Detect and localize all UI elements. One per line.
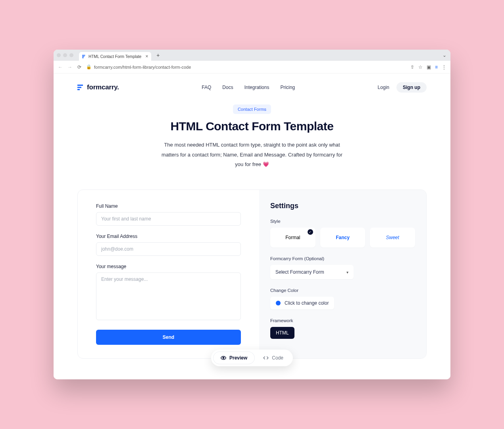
lock-icon: 🔒 (86, 64, 92, 70)
signup-button[interactable]: Sign up (396, 82, 427, 93)
browser-tab[interactable]: HTML Contact Form Template × (79, 52, 151, 61)
maximize-dot[interactable] (69, 53, 73, 57)
framework-chip[interactable]: HTML (270, 327, 294, 339)
tab-close-icon[interactable]: × (145, 54, 148, 59)
hero: Contact Forms HTML Contact Form Template… (54, 104, 450, 170)
style-option-sweet[interactable]: Sweet (370, 228, 415, 247)
code-tab[interactable]: Code (256, 352, 290, 364)
nav-docs[interactable]: Docs (222, 85, 233, 90)
minimize-dot[interactable] (63, 53, 67, 57)
eye-icon (221, 355, 226, 361)
style-options: Formal ✓ Fancy Sweet (270, 228, 415, 247)
change-color-button[interactable]: Click to change color (270, 297, 334, 309)
brand-logo[interactable]: formcarry. (77, 83, 119, 91)
category-chip[interactable]: Contact Forms (233, 104, 271, 114)
tab-strip: HTML Contact Form Template × + ⌄ (54, 50, 450, 61)
code-tab-label: Code (272, 355, 283, 361)
nav-faq[interactable]: FAQ (202, 85, 211, 90)
formcarry-form-placeholder: Select Formcarry Form (275, 269, 324, 275)
menu-icon[interactable]: ⋮ (442, 64, 446, 70)
svg-rect-1 (82, 56, 85, 57)
style-option-fancy[interactable]: Fancy (320, 228, 365, 247)
name-input[interactable] (96, 212, 241, 226)
auth-buttons: Login Sign up (378, 82, 427, 93)
extension-icon[interactable]: ≡ (435, 64, 438, 70)
code-icon (263, 355, 269, 361)
nav-pricing[interactable]: Pricing (280, 85, 295, 90)
preview-code-toggle: Preview Code (211, 350, 293, 366)
tab-title: HTML Contact Form Template (88, 54, 141, 59)
close-dot[interactable] (57, 53, 61, 57)
style-option-label: Sweet (386, 235, 399, 240)
forward-icon[interactable]: → (67, 64, 73, 70)
formcarry-form-label: Formcarry Form (Optional) (270, 256, 415, 261)
formcarry-form-select[interactable]: Select Formcarry Form ▾ (270, 265, 354, 279)
browser-window: HTML Contact Form Template × + ⌄ ← → ⟳ 🔒… (54, 50, 450, 379)
url-text: formcarry.com/html-form-library/contact-… (94, 65, 191, 70)
reload-icon[interactable]: ⟳ (77, 64, 82, 70)
send-button[interactable]: Send (96, 330, 241, 345)
login-link[interactable]: Login (378, 85, 389, 90)
email-input[interactable] (96, 242, 241, 256)
settings-panel: Settings Style Formal ✓ Fancy Sweet Form… (259, 190, 426, 358)
page-content: formcarry. FAQ Docs Integrations Pricing… (54, 73, 450, 379)
color-swatch-icon (276, 301, 281, 305)
form-preview: Full Name Your Email Address Your messag… (78, 190, 259, 358)
sidepanel-icon[interactable]: ▣ (427, 64, 431, 70)
preview-tab-label: Preview (229, 355, 247, 361)
traffic-lights (57, 53, 77, 57)
url-bar: ← → ⟳ 🔒 formcarry.com/html-form-library/… (54, 61, 450, 73)
page-title: HTML Contact Form Template (54, 120, 450, 133)
style-option-label: Fancy (336, 235, 350, 240)
address-field[interactable]: 🔒 formcarry.com/html-form-library/contac… (86, 64, 406, 70)
style-option-label: Formal (285, 235, 300, 240)
brand-name: formcarry. (87, 83, 119, 91)
back-icon[interactable]: ← (58, 64, 63, 70)
chevron-down-icon: ▾ (346, 270, 348, 274)
new-tab-button[interactable]: + (154, 51, 162, 60)
editor-card: Full Name Your Email Address Your messag… (77, 189, 427, 359)
nav-integrations[interactable]: Integrations (244, 85, 269, 90)
message-textarea[interactable] (96, 272, 241, 320)
framework-label: Framework (270, 318, 415, 323)
message-label: Your message (96, 264, 241, 269)
star-icon[interactable]: ☆ (418, 64, 423, 70)
svg-rect-3 (77, 85, 83, 86)
svg-rect-4 (77, 87, 81, 88)
svg-point-6 (223, 357, 224, 359)
toolbar-icons: ⇧ ☆ ▣ ≡ ⋮ (410, 64, 446, 70)
nav-links: FAQ Docs Integrations Pricing (202, 85, 295, 90)
svg-rect-5 (77, 89, 80, 90)
style-option-formal[interactable]: Formal ✓ (270, 228, 315, 247)
style-label: Style (270, 219, 415, 224)
name-label: Full Name (96, 203, 241, 209)
svg-rect-2 (82, 58, 84, 58)
change-color-text: Click to change color (285, 300, 329, 306)
tabs-dropdown-icon[interactable]: ⌄ (442, 52, 446, 58)
favicon-icon (82, 54, 86, 58)
email-label: Your Email Address (96, 234, 241, 239)
svg-rect-0 (82, 55, 85, 56)
change-color-label: Change Color (270, 288, 415, 293)
settings-title: Settings (270, 202, 415, 210)
share-icon[interactable]: ⇧ (410, 64, 414, 70)
preview-tab[interactable]: Preview (214, 352, 254, 364)
page-subtitle: The most needed HTML contact form type, … (157, 140, 347, 170)
selected-check-icon: ✓ (308, 229, 313, 235)
site-header: formcarry. FAQ Docs Integrations Pricing… (54, 73, 450, 93)
brand-logo-icon (77, 84, 84, 91)
